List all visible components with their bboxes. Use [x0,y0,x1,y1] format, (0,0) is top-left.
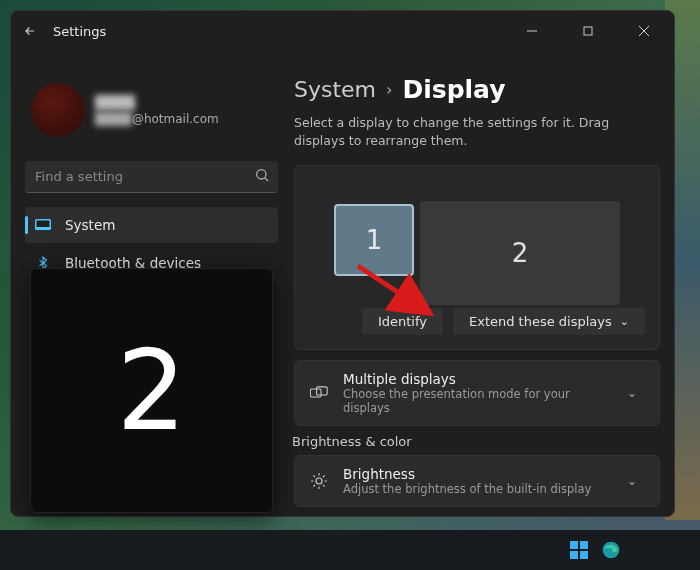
window-titlebar: Settings [11,11,674,51]
chevron-down-icon[interactable]: ⌄ [627,386,645,400]
identify-overlay: 2 [30,268,273,513]
page-subtitle: Select a display to change the settings … [294,114,660,149]
svg-rect-23 [580,541,588,549]
svg-line-16 [314,476,315,477]
identify-button[interactable]: Identify [362,308,443,335]
page-title: Display [402,75,505,104]
card-title: Brightness [343,466,613,482]
svg-line-18 [314,485,315,486]
app-title: Settings [53,24,106,39]
profile-email: ████@hotmail.com [95,112,219,126]
main-content: System › Display Select a display to cha… [286,51,674,516]
chevron-right-icon: › [386,80,392,99]
search-icon [254,167,270,187]
chevron-down-icon: ⌄ [620,315,629,328]
monitor-1[interactable]: 1 [334,204,414,276]
svg-rect-25 [580,551,588,559]
multiple-displays-icon [309,386,329,400]
brightness-card[interactable]: Brightness Adjust the brightness of the … [294,455,660,507]
multiple-displays-card[interactable]: Multiple displays Choose the presentatio… [294,360,660,426]
system-icon [35,217,51,233]
svg-rect-10 [317,387,328,395]
svg-rect-9 [310,389,321,397]
brightness-icon [309,472,329,490]
minimize-button[interactable] [510,16,554,46]
svg-rect-22 [570,541,578,549]
monitor-2[interactable]: 2 [420,201,620,305]
svg-line-19 [323,476,324,477]
sidebar-item-label: System [65,217,115,233]
search-box[interactable] [25,161,278,193]
start-button[interactable] [566,537,592,563]
display-arrangement-panel: 1 2 Identify Extend these displays ⌄ [294,165,660,350]
breadcrumb: System › Display [294,75,660,104]
profile-name: ████ [95,95,219,110]
taskbar[interactable] [0,530,700,570]
section-heading-brightness: Brightness & color [292,434,660,449]
card-subtitle: Choose the presentation mode for your di… [343,387,613,415]
svg-point-4 [257,170,266,179]
chevron-down-icon[interactable]: ⌄ [627,474,645,488]
breadcrumb-parent[interactable]: System [294,77,376,102]
back-button[interactable] [19,20,41,42]
sidebar-item-system[interactable]: System [25,207,278,243]
edge-icon[interactable] [598,537,624,563]
maximize-button[interactable] [566,16,610,46]
avatar [31,83,85,137]
extend-displays-dropdown[interactable]: Extend these displays ⌄ [453,308,645,335]
svg-rect-24 [570,551,578,559]
svg-point-11 [316,478,322,484]
monitor-arrangement[interactable]: 1 2 [309,180,645,300]
svg-rect-7 [37,221,50,228]
svg-line-17 [323,485,324,486]
card-title: Multiple displays [343,371,613,387]
svg-line-5 [265,178,268,181]
svg-rect-1 [584,27,592,35]
card-subtitle: Adjust the brightness of the built-in di… [343,482,613,496]
profile-block[interactable]: ████ ████@hotmail.com [25,55,278,157]
close-button[interactable] [622,16,666,46]
search-input[interactable] [25,161,278,193]
